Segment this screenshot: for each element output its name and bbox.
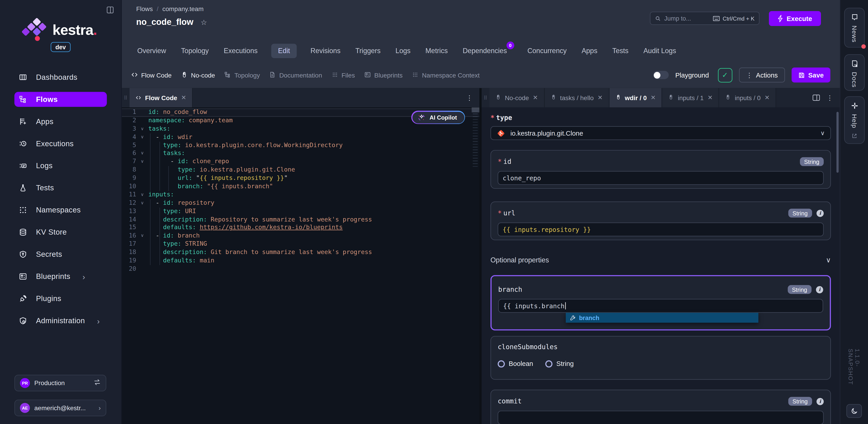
kvstore-icon	[19, 228, 27, 236]
toolbar-item-flow-code[interactable]: Flow Code	[131, 71, 172, 79]
playground-toggle[interactable]	[653, 71, 669, 79]
minimap-slider[interactable]	[472, 108, 479, 112]
sidebar-item-plugins[interactable]: Plugins	[14, 291, 107, 306]
fold-arrow-icon[interactable]: ∨	[138, 199, 146, 207]
toolbar-item-topology[interactable]: Topology	[224, 71, 260, 79]
drag-handle-icon[interactable]: ⠿	[122, 88, 129, 108]
actions-button[interactable]: ⋮ Actions	[739, 68, 785, 83]
task-type-select[interactable]: io.kestra.plugin.git.Clone ∨	[491, 126, 831, 140]
tab-apps[interactable]: Apps	[581, 43, 598, 58]
panel-tab-inputs-1[interactable]: inputs / 1✕	[662, 88, 719, 108]
toolbar-item-blueprints[interactable]: Blueprints	[364, 71, 403, 79]
apps-icon	[19, 117, 27, 126]
optional-properties-header[interactable]: Optional properties ∨	[491, 255, 831, 264]
kebab-icon[interactable]: ⋮	[827, 94, 833, 101]
drag-handle-icon[interactable]: ⠿	[482, 88, 489, 108]
close-icon[interactable]: ✕	[597, 94, 602, 101]
tab-dependencies[interactable]: Dependencies0	[462, 43, 508, 58]
tab-label: Tests	[612, 47, 628, 55]
editor-minimap[interactable]	[472, 108, 479, 168]
radio-option-string[interactable]: String	[545, 360, 574, 367]
docs-button[interactable]: Docs	[844, 54, 865, 91]
yaml-code-editor[interactable]: 1id: no_code_flow2namespace: company.tea…	[122, 108, 479, 424]
panel-tab-tasks-hello[interactable]: tasks / hello✕	[545, 88, 609, 108]
tab-audit-logs[interactable]: Audit Logs	[643, 43, 677, 58]
close-icon[interactable]: ✕	[533, 94, 538, 101]
toolbar-item-no-code[interactable]: No-code	[181, 71, 215, 79]
news-button[interactable]: News	[844, 8, 865, 48]
tab-topology[interactable]: Topology	[180, 43, 210, 58]
panel-tab-no-code[interactable]: No-code✕	[489, 88, 545, 108]
fold-arrow-icon[interactable]: ∨	[138, 150, 146, 158]
sidebar-item-flows[interactable]: Flows	[14, 92, 107, 107]
scrollbar-thumb[interactable]	[836, 112, 839, 173]
split-view-icon[interactable]	[813, 95, 820, 101]
code-line: 7∨ - id: clone_repo	[122, 158, 479, 166]
sidebar-item-kv-store[interactable]: KV Store	[14, 225, 107, 240]
save-button[interactable]: Save	[792, 68, 831, 83]
toolbar-item-files[interactable]: Files	[332, 71, 355, 79]
line-number: 13	[122, 208, 138, 216]
tab-metrics[interactable]: Metrics	[424, 43, 449, 58]
kebab-icon[interactable]: ⋮	[466, 94, 473, 101]
url-input[interactable]: {{ inputs.repository }}	[498, 222, 824, 236]
sidebar-item-blueprints[interactable]: Blueprints›	[14, 269, 107, 284]
tab-overview[interactable]: Overview	[136, 43, 167, 58]
fold-arrow-icon[interactable]: ∨	[138, 191, 146, 199]
panel-tab-wdir-0[interactable]: wdir / 0✕	[609, 88, 662, 108]
favorite-star-icon[interactable]: ☆	[200, 18, 207, 26]
validation-check-button[interactable]: ✓	[718, 68, 732, 82]
close-icon[interactable]: ✕	[181, 94, 186, 101]
editor-tab-flow-code[interactable]: Flow Code ✕	[129, 88, 193, 108]
workspace-switcher[interactable]: PR Production	[14, 375, 106, 391]
close-icon[interactable]: ✕	[651, 94, 656, 101]
tab-triggers[interactable]: Triggers	[354, 43, 381, 58]
info-icon[interactable]: i	[816, 286, 823, 293]
fold-arrow-icon[interactable]: ∨	[138, 133, 146, 141]
execute-button[interactable]: Execute	[769, 11, 821, 26]
code-line: 8 type: io.kestra.plugin.git.Clone	[122, 166, 479, 174]
sidebar-collapse-icon[interactable]	[107, 6, 114, 13]
tab-edit[interactable]: Edit	[272, 43, 297, 58]
sidebar-item-logs[interactable]: Logs	[14, 158, 107, 173]
toolbar-item-label: Flow Code	[141, 72, 172, 78]
search-input[interactable]: Jump to... Ctrl/Cmd + K	[650, 11, 760, 25]
workspace-name: Production	[34, 380, 89, 386]
autocomplete-suggestion-branch[interactable]: branch	[566, 313, 758, 323]
tab-concurrency[interactable]: Concurrency	[526, 43, 567, 58]
sidebar-item-executions[interactable]: Executions	[14, 136, 107, 151]
sidebar-item-label: KV Store	[36, 228, 67, 236]
chevron-right-icon: ›	[97, 318, 99, 324]
sidebar-item-namespaces[interactable]: Namespaces	[14, 203, 107, 217]
fold-arrow-icon[interactable]: ∨	[138, 125, 146, 133]
commit-input[interactable]	[498, 411, 824, 424]
sidebar-item-dashboards[interactable]: Dashboards	[14, 70, 107, 85]
close-icon[interactable]: ✕	[708, 94, 713, 101]
breadcrumb-namespace[interactable]: company.team	[162, 5, 204, 12]
branch-input[interactable]: {{ inputs.branch	[498, 299, 823, 312]
radio-option-boolean[interactable]: Boolean	[498, 360, 533, 367]
fold-arrow-icon[interactable]: ∨	[138, 158, 146, 166]
toolbar-item-documentation[interactable]: Documentation	[269, 71, 322, 79]
sidebar-item-apps[interactable]: Apps	[14, 114, 107, 129]
close-icon[interactable]: ✕	[765, 94, 770, 101]
sidebar-item-secrets[interactable]: Secrets	[14, 247, 107, 262]
tab-tests[interactable]: Tests	[611, 43, 629, 58]
id-input[interactable]: clone_repo	[498, 171, 824, 185]
info-icon[interactable]: i	[816, 398, 824, 405]
ai-copilot-button[interactable]: AI Copilot	[412, 111, 465, 124]
user-menu[interactable]: AE aemerich@kestr... ›	[14, 400, 106, 416]
tab-revisions[interactable]: Revisions	[309, 43, 342, 58]
toolbar-item-namespace-context[interactable]: Namespace Context	[412, 71, 480, 79]
breadcrumb-flows[interactable]: Flows	[136, 5, 153, 12]
sidebar-item-administration[interactable]: Administration›	[14, 313, 107, 328]
search-shortcut: Ctrl/Cmd + K	[713, 15, 754, 21]
theme-toggle-button[interactable]	[846, 404, 862, 418]
tab-executions[interactable]: Executions	[223, 43, 259, 58]
sidebar-item-tests[interactable]: Tests	[14, 180, 107, 195]
tab-logs[interactable]: Logs	[395, 43, 412, 58]
fold-arrow-icon[interactable]: ∨	[138, 232, 146, 240]
info-icon[interactable]: i	[816, 210, 824, 217]
panel-tab-inputs-0[interactable]: inputs / 0✕	[719, 88, 776, 108]
help-button[interactable]: Help	[844, 96, 865, 144]
